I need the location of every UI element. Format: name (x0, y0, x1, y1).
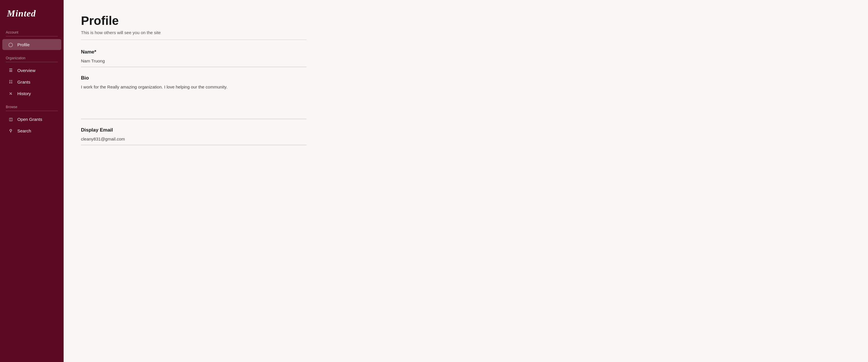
sidebar-item-history-label: History (17, 91, 31, 96)
account-section-label: Account (0, 28, 64, 36)
display-email-value[interactable]: cleany831@gmail.com (81, 137, 307, 145)
search-icon: ⚲ (8, 128, 13, 133)
page-title: Profile (81, 14, 307, 28)
bio-value[interactable]: I work for the Really amazing organizati… (81, 84, 307, 119)
history-icon: ⤰ (8, 91, 13, 96)
grants-icon: ☷ (8, 79, 13, 84)
person-icon: ◯ (8, 42, 13, 47)
bio-field: Bio I work for the Really amazing organi… (81, 75, 307, 119)
sidebar-item-open-grants[interactable]: ◫ Open Grants (2, 114, 61, 125)
bio-label: Bio (81, 75, 307, 81)
name-value[interactable]: Nam Truong (81, 58, 307, 67)
sidebar-item-open-grants-label: Open Grants (17, 117, 42, 122)
sidebar-item-overview[interactable]: ☰ Overview (2, 65, 61, 76)
name-field: Name* Nam Truong (81, 49, 307, 67)
page-subtitle: This is how others will see you on the s… (81, 30, 307, 35)
app-logo: Minted (0, 0, 64, 28)
main-content: Profile This is how others will see you … (64, 0, 868, 362)
sidebar-item-profile-label: Profile (17, 42, 30, 47)
display-email-label: Display Email (81, 127, 307, 133)
open-grants-icon: ◫ (8, 117, 13, 122)
overview-icon: ☰ (8, 68, 13, 73)
sidebar-item-profile[interactable]: ◯ Profile (2, 39, 61, 50)
sidebar-item-search[interactable]: ⚲ Search (2, 125, 61, 136)
sidebar-item-search-label: Search (17, 128, 31, 133)
display-email-field: Display Email cleany831@gmail.com (81, 127, 307, 145)
account-divider (6, 36, 58, 36)
sidebar-item-grants[interactable]: ☷ Grants (2, 76, 61, 87)
browse-section-label: Browse (0, 103, 64, 111)
name-label: Name* (81, 49, 307, 55)
profile-form-section: Profile This is how others will see you … (81, 14, 307, 145)
sidebar-item-overview-label: Overview (17, 68, 36, 73)
sidebar-item-history[interactable]: ⤰ History (2, 88, 61, 99)
organization-section-label: Organization (0, 54, 64, 62)
sidebar: Minted Account ◯ Profile Organization ☰ … (0, 0, 64, 362)
sidebar-item-grants-label: Grants (17, 80, 30, 84)
